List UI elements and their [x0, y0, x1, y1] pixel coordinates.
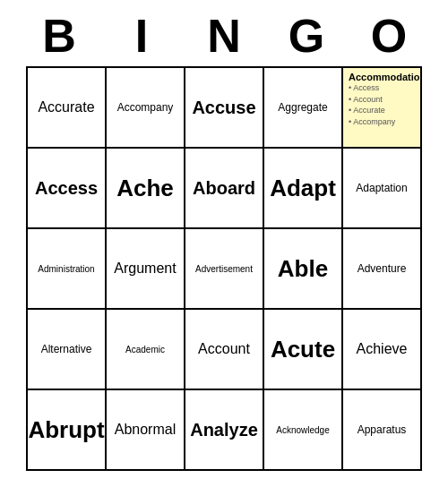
- cell-n5-text: Analyze: [190, 420, 258, 440]
- tooltip-item-1: Account: [349, 94, 383, 106]
- cell-g1-text: Aggregate: [278, 101, 327, 114]
- cell-b1-text: Accurate: [38, 99, 94, 115]
- cell-b2-text: Access: [35, 178, 98, 199]
- tooltip-title: Accommodation: [349, 72, 422, 82]
- cell-g2-text: Adapt: [270, 175, 336, 202]
- header-g: G: [267, 9, 346, 63]
- bingo-header: B I N G O: [18, 9, 430, 63]
- cell-i2-text: Ache: [116, 175, 174, 202]
- cell-i5-text: Abnormal: [115, 422, 176, 438]
- cell-o1: Accommodation Access Account Accurate Ac…: [343, 68, 422, 149]
- cell-i3: Argument: [107, 229, 185, 310]
- cell-g1: Aggregate: [264, 68, 343, 149]
- cell-n3-text: Advertisement: [195, 264, 253, 274]
- cell-n4: Account: [185, 310, 264, 390]
- cell-n1: Accuse: [185, 68, 264, 149]
- cell-b2: Access: [28, 149, 107, 229]
- cell-g5-text: Acknowledge: [276, 425, 329, 435]
- header-i: I: [102, 9, 181, 63]
- cell-n2-text: Aboard: [193, 178, 255, 199]
- cell-i2: Ache: [107, 149, 185, 229]
- cell-g5: Acknowledge: [264, 390, 343, 471]
- cell-o5: Apparatus: [343, 390, 422, 471]
- cell-b3: Administration: [28, 229, 107, 310]
- cell-g3-text: Able: [278, 255, 328, 283]
- tooltip-item-0: Access: [349, 82, 379, 94]
- cell-b4: Alternative: [28, 310, 107, 390]
- cell-b5-text: Abrupt: [28, 416, 104, 444]
- header-n: N: [185, 9, 263, 63]
- cell-i5: Abnormal: [107, 390, 185, 471]
- bingo-grid: Accurate Accompany Accuse Aggregate Acco…: [26, 66, 422, 471]
- tooltip-item-2: Accurate: [349, 105, 385, 116]
- cell-o4: Achieve: [343, 310, 422, 390]
- cell-b5: Abrupt: [28, 390, 107, 471]
- cell-g2: Adapt: [264, 149, 343, 229]
- cell-b1: Accurate: [28, 68, 107, 149]
- cell-o4-text: Achieve: [357, 341, 408, 357]
- cell-n3: Advertisement: [185, 229, 264, 310]
- cell-o2: Adaptation: [343, 149, 422, 229]
- cell-n2: Aboard: [185, 149, 264, 229]
- cell-o2-text: Adaptation: [356, 182, 407, 194]
- cell-i4: Academic: [107, 310, 185, 390]
- header-o: O: [349, 9, 428, 63]
- header-b: B: [20, 9, 99, 63]
- cell-n5: Analyze: [185, 390, 264, 471]
- cell-i4-text: Academic: [125, 345, 165, 355]
- tooltip-item-3: Accompany: [349, 116, 395, 128]
- cell-i1: Accompany: [107, 68, 185, 149]
- cell-n1-text: Accuse: [192, 98, 255, 118]
- cell-i1-text: Accompany: [117, 101, 174, 114]
- cell-g3: Able: [264, 229, 343, 310]
- cell-g4-text: Acute: [271, 336, 335, 363]
- cell-i3-text: Argument: [114, 261, 176, 277]
- cell-o5-text: Apparatus: [358, 423, 407, 436]
- cell-b4-text: Alternative: [41, 343, 92, 355]
- cell-g4: Acute: [264, 310, 343, 390]
- cell-o3-text: Adventure: [358, 262, 407, 275]
- cell-b3-text: Administration: [38, 264, 94, 274]
- cell-n4-text: Account: [198, 341, 250, 357]
- cell-o3: Adventure: [343, 229, 422, 310]
